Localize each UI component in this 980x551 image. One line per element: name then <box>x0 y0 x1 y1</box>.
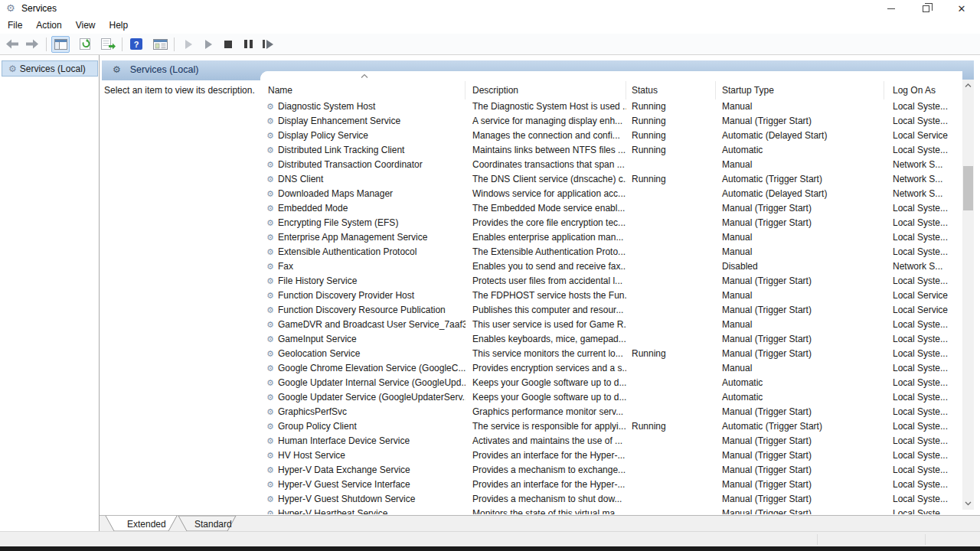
stop-service-icon[interactable] <box>219 36 237 53</box>
resume-service-icon[interactable] <box>199 36 217 53</box>
service-row[interactable]: ⚙Enterprise App Management ServiceEnable… <box>260 230 962 245</box>
service-status-cell <box>626 376 716 390</box>
service-logon-cell: Local Syste... <box>884 361 962 376</box>
menu-action[interactable]: Action <box>29 17 68 34</box>
status-bar <box>0 531 980 546</box>
start-service-icon[interactable] <box>179 36 198 53</box>
service-row[interactable]: ⚙Downloaded Maps ManagerWindows service … <box>260 187 962 201</box>
service-row[interactable]: ⚙Group Policy ClientThe service is respo… <box>260 419 962 434</box>
service-status-cell <box>626 187 716 201</box>
service-description-cell: Enables you to send and receive fax... <box>466 259 626 274</box>
menu-file[interactable]: File <box>0 17 29 34</box>
service-name: Human Interface Device Service <box>278 434 410 448</box>
refresh-icon[interactable] <box>77 36 95 53</box>
service-description-cell: The DNS Client service (dnscache) c... <box>466 172 626 187</box>
service-logon-cell: Network S... <box>884 187 962 201</box>
tab-standard[interactable]: Standard <box>178 516 236 531</box>
panel-gear-icon: ⚙ <box>113 64 121 75</box>
column-header-name[interactable]: Name <box>260 81 466 99</box>
service-gear-icon: ⚙ <box>265 361 276 376</box>
scrollbar-thumb[interactable] <box>963 166 973 210</box>
service-row[interactable]: ⚙DNS ClientThe DNS Client service (dnsca… <box>260 172 962 187</box>
sidebar-item-services-local[interactable]: ⚙ Services (Local) <box>2 60 98 77</box>
service-startup-cell: Automatic <box>716 390 884 405</box>
service-status-cell <box>626 390 716 405</box>
service-name: Enterprise App Management Service <box>278 230 427 245</box>
service-name-cell: ⚙Downloaded Maps Manager <box>260 187 466 201</box>
service-row[interactable]: ⚙Function Discovery Provider HostThe FDP… <box>260 289 962 303</box>
menu-help[interactable]: Help <box>103 17 136 34</box>
service-row[interactable]: ⚙Diagnostic System HostThe Diagnostic Sy… <box>260 99 962 114</box>
service-startup-cell: Automatic (Trigger Start) <box>716 419 884 434</box>
scroll-down-icon[interactable] <box>962 497 974 510</box>
service-row[interactable]: ⚙Encrypting File System (EFS)Provides th… <box>260 216 962 230</box>
service-gear-icon: ⚙ <box>265 318 276 332</box>
service-row[interactable]: ⚙Google Updater Internal Service (Google… <box>260 376 962 390</box>
scroll-up-icon[interactable] <box>962 80 974 92</box>
toolbar-separator <box>174 37 175 51</box>
service-row[interactable]: ⚙Display Enhancement ServiceA service fo… <box>260 114 962 129</box>
service-gear-icon: ⚙ <box>265 99 276 114</box>
service-row[interactable]: ⚙Google Chrome Elevation Service (Google… <box>260 361 962 376</box>
service-status-cell <box>626 289 716 303</box>
show-properties-icon[interactable] <box>151 36 169 53</box>
service-name-cell: ⚙Extensible Authentication Protocol <box>260 245 466 259</box>
restore-button[interactable] <box>913 0 938 17</box>
service-row[interactable]: ⚙Geolocation ServiceThis service monitor… <box>260 347 962 361</box>
service-description-cell: Keeps your Google software up to d... <box>466 376 626 390</box>
service-row[interactable]: ⚙HV Host ServiceProvides an interface fo… <box>260 448 962 463</box>
service-row[interactable]: ⚙Human Interface Device ServiceActivates… <box>260 434 962 448</box>
service-row[interactable]: ⚙Hyper-V Data Exchange ServiceProvides a… <box>260 463 962 478</box>
show-console-tree-icon[interactable] <box>51 36 70 53</box>
service-row[interactable]: ⚙Distributed Link Tracking ClientMaintai… <box>260 143 962 158</box>
service-status-cell: Running <box>626 347 716 361</box>
service-gear-icon: ⚙ <box>265 347 276 361</box>
column-header-startup-type[interactable]: Startup Type <box>716 81 884 99</box>
title-bar: ⚙ Services ✕ <box>0 0 980 17</box>
service-row[interactable]: ⚙Function Discovery Resource Publication… <box>260 303 962 318</box>
service-row[interactable]: ⚙GraphicsPerfSvcGraphics performance mon… <box>260 405 962 419</box>
forward-icon[interactable] <box>23 36 41 53</box>
service-row[interactable]: ⚙Distributed Transaction CoordinatorCoor… <box>260 158 962 172</box>
back-icon[interactable] <box>3 36 21 53</box>
help-icon[interactable]: ? <box>127 36 145 53</box>
service-row[interactable]: ⚙Hyper-V Heartbeat ServiceMonitors the s… <box>260 507 962 514</box>
service-row[interactable]: ⚙Embedded ModeThe Embedded Mode service … <box>260 201 962 216</box>
service-row[interactable]: ⚙Extensible Authentication ProtocolThe E… <box>260 245 962 259</box>
pause-service-icon[interactable] <box>239 36 257 53</box>
service-description-cell: This service monitors the current lo... <box>466 347 626 361</box>
service-row[interactable]: ⚙Google Updater Service (GoogleUpdaterSe… <box>260 390 962 405</box>
minimize-button[interactable] <box>879 0 903 17</box>
service-logon-cell: Local Syste... <box>884 478 962 492</box>
service-startup-cell: Manual (Trigger Start) <box>716 478 884 492</box>
export-list-icon[interactable] <box>99 36 117 53</box>
service-row[interactable]: ⚙GameDVR and Broadcast User Service_7aaf… <box>260 318 962 332</box>
service-startup-cell: Manual <box>716 318 884 332</box>
column-header-description[interactable]: Description <box>466 81 626 99</box>
service-row[interactable]: ⚙FaxEnables you to send and receive fax.… <box>260 259 962 274</box>
service-startup-cell: Manual (Trigger Start) <box>716 405 884 419</box>
close-button[interactable]: ✕ <box>949 0 974 17</box>
service-row[interactable]: ⚙Display Policy ServiceManages the conne… <box>260 129 962 143</box>
column-header-status[interactable]: Status <box>626 81 716 99</box>
vertical-scrollbar[interactable] <box>962 80 974 510</box>
service-gear-icon: ⚙ <box>265 114 276 129</box>
service-logon-cell: Local Syste... <box>884 419 962 434</box>
restart-service-icon[interactable] <box>259 36 277 53</box>
service-logon-cell: Local Syste... <box>884 99 962 114</box>
service-description-cell: A service for managing display enh... <box>466 114 626 129</box>
column-header-log-on-as[interactable]: Log On As <box>884 81 962 99</box>
service-description-cell: Provides the core file encryption tec... <box>466 216 626 230</box>
service-name-cell: ⚙Function Discovery Provider Host <box>260 289 466 303</box>
service-row[interactable]: ⚙Hyper-V Guest Shutdown ServiceProvides … <box>260 492 962 507</box>
menu-view[interactable]: View <box>69 17 103 34</box>
service-name-cell: ⚙Google Updater Service (GoogleUpdaterSe… <box>260 390 466 405</box>
service-row[interactable]: ⚙GameInput ServiceEnables keyboards, mic… <box>260 332 962 347</box>
service-status-cell <box>626 216 716 230</box>
service-row[interactable]: ⚙Hyper-V Guest Service InterfaceProvides… <box>260 478 962 492</box>
service-gear-icon: ⚙ <box>265 201 276 216</box>
service-startup-cell: Manual <box>716 99 884 114</box>
service-row[interactable]: ⚙File History ServiceProtects user files… <box>260 274 962 289</box>
tab-extended[interactable]: Extended <box>106 516 177 531</box>
service-name-cell: ⚙GameInput Service <box>260 332 466 347</box>
